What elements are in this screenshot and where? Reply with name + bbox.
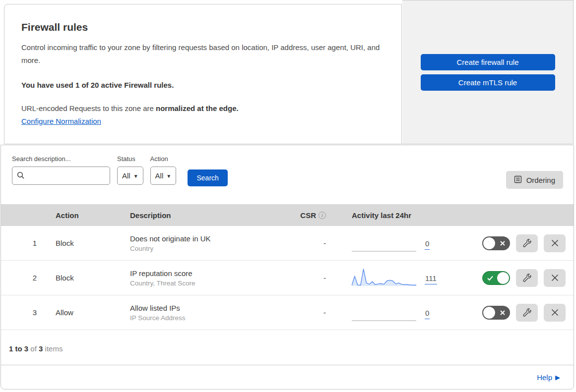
action-filter-group: Action All ▼ (150, 155, 177, 185)
normalization-note: URL-encoded Requests to this zone are no… (21, 104, 382, 112)
rule-enabled-toggle[interactable] (482, 271, 510, 285)
activity-count-link[interactable]: 0 (425, 309, 430, 319)
wrench-icon (522, 308, 532, 317)
normalization-note-bold: normalized at the edge. (156, 104, 239, 112)
rule-csr: - (278, 308, 333, 317)
chevron-down-icon: ▼ (166, 173, 171, 179)
firewall-rules-page: Firewall rules Control incoming traffic … (0, 0, 576, 392)
items-count: 1 to 3 of 3 items (1, 344, 574, 365)
rule-priority: 1 (1, 239, 43, 247)
activity-count-link[interactable]: 0 (425, 239, 430, 250)
rule-description-cell: Allow listed IPs IP Source Address (130, 304, 278, 322)
configure-normalization-link[interactable]: Configure Normalization (21, 117, 101, 125)
rule-fields: Country, Threat Score (130, 280, 278, 287)
activity-sparkline (352, 232, 416, 254)
activity-count-link[interactable]: 111 (425, 274, 437, 284)
search-button[interactable]: Search (188, 169, 228, 186)
create-firewall-rule-button[interactable]: Create firewall rule (421, 54, 555, 70)
help-link-label: Help (537, 373, 552, 382)
items-range: 1 to 3 (9, 344, 28, 353)
table-footer-spacer (1, 330, 574, 344)
status-filter-group: Status All ▼ (117, 155, 143, 185)
rule-priority: 2 (1, 274, 43, 282)
rule-controls (449, 304, 574, 322)
rule-action: Block (43, 274, 130, 282)
rule-controls (449, 234, 574, 252)
ordering-icon (514, 175, 522, 185)
column-csr-label: CSR (300, 211, 316, 220)
arrow-right-icon: ▶ (555, 374, 560, 381)
help-row: Help ▶ (1, 365, 574, 389)
column-activity: Activity last 24hr (333, 211, 449, 220)
toggle-knob (483, 307, 495, 319)
column-csr: CSR i (278, 211, 333, 220)
ordering-button-label: Ordering (526, 176, 555, 184)
table-header-row: Action Description CSR i Activity last 2… (1, 204, 574, 226)
edit-rule-button[interactable] (516, 269, 538, 287)
column-action: Action (43, 211, 130, 220)
usage-summary: You have used 1 of 20 active Firewall ru… (21, 81, 382, 89)
help-link[interactable]: Help ▶ (537, 373, 560, 382)
delete-rule-button[interactable] (544, 269, 566, 287)
x-icon (499, 309, 506, 316)
search-input[interactable] (12, 167, 110, 185)
chevron-down-icon: ▼ (133, 173, 138, 179)
items-word: items (43, 344, 63, 353)
table-row: 1 Block Does not originate in UK Country… (1, 226, 574, 261)
table-row: 2 Block IP reputation score Country, Thr… (1, 261, 574, 295)
toggle-knob (483, 237, 495, 249)
rule-csr: - (278, 239, 333, 247)
rule-activity-cell: 0 (333, 302, 449, 324)
table-row: 3 Allow Allow listed IPs IP Source Addre… (1, 295, 574, 330)
rule-description: Allow listed IPs (130, 304, 278, 312)
create-mtls-rule-button[interactable]: Create mTLS rule (421, 74, 555, 91)
rule-description: Does not originate in UK (130, 234, 278, 243)
rule-priority: 3 (1, 308, 43, 317)
firewall-rules-header-card: Firewall rules Control incoming traffic … (4, 4, 402, 144)
activity-sparkline (352, 302, 416, 324)
rule-description-cell: Does not originate in UK Country (130, 234, 278, 252)
rule-csr: - (278, 274, 333, 282)
rule-fields: Country (130, 245, 278, 252)
rule-action: Block (43, 239, 130, 247)
rule-activity-cell: 0 (333, 232, 449, 254)
page-title: Firewall rules (21, 21, 382, 33)
rule-action: Allow (43, 308, 130, 317)
normalization-note-text: URL-encoded Requests to this zone are (21, 104, 156, 112)
filter-bar: Search description... Status All ▼ Actio… (1, 145, 574, 204)
cta-panel: Create firewall rule Create mTLS rule (402, 0, 574, 144)
rule-activity-cell: 111 (333, 267, 449, 289)
rule-controls (449, 269, 574, 287)
check-icon (487, 275, 494, 281)
toggle-knob (497, 272, 509, 284)
search-label: Search description... (12, 155, 110, 163)
wrench-icon (522, 273, 532, 282)
rule-enabled-toggle[interactable] (482, 236, 510, 250)
search-field-group: Search description... (12, 155, 110, 185)
search-icon (17, 171, 25, 181)
activity-sparkline (352, 267, 416, 289)
rule-description: IP reputation score (130, 269, 278, 278)
edit-rule-button[interactable] (516, 234, 538, 252)
rule-enabled-toggle[interactable] (482, 306, 510, 320)
edit-rule-button[interactable] (516, 304, 538, 322)
delete-rule-button[interactable] (544, 234, 566, 252)
page-description: Control incoming traffic to your zone by… (21, 41, 382, 67)
status-label: Status (117, 155, 143, 163)
action-select[interactable]: All ▼ (150, 167, 177, 185)
close-icon (551, 308, 559, 317)
action-label: Action (150, 155, 177, 163)
info-icon[interactable]: i (319, 212, 326, 219)
rule-description-cell: IP reputation score Country, Threat Scor… (130, 269, 278, 287)
close-icon (551, 274, 559, 282)
x-icon (499, 240, 506, 247)
close-icon (551, 239, 559, 247)
delete-rule-button[interactable] (544, 304, 566, 322)
action-select-value: All (155, 171, 164, 180)
wrench-icon (522, 238, 532, 248)
status-select[interactable]: All ▼ (117, 167, 143, 185)
items-of: of (28, 344, 39, 353)
rules-list-card: Search description... Status All ▼ Actio… (0, 145, 574, 390)
status-select-value: All (122, 171, 130, 180)
ordering-button[interactable]: Ordering (506, 171, 563, 189)
